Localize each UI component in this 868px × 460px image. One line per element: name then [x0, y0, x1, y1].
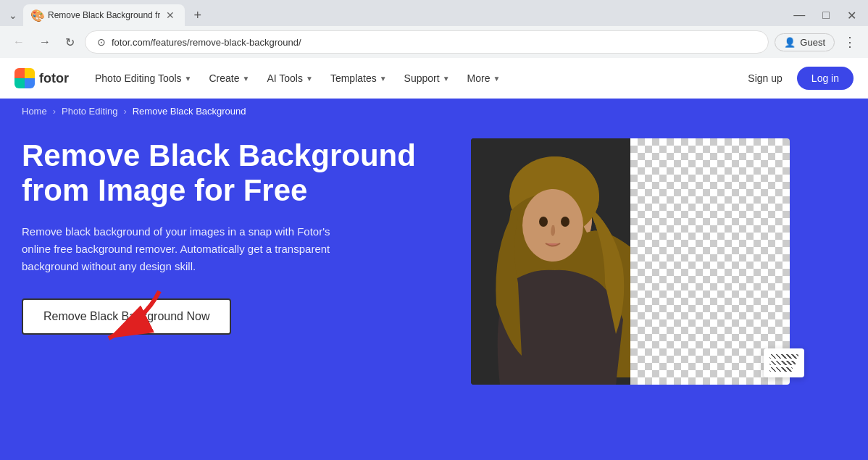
url-text: fotor.com/features/remove-black-backgrou… — [112, 37, 756, 48]
nav-templates-chevron: ▼ — [380, 75, 387, 83]
nav-support-chevron: ▼ — [443, 75, 450, 83]
hero-right — [471, 138, 797, 385]
back-button[interactable]: ← — [9, 33, 29, 51]
watermark-line-1 — [769, 354, 798, 359]
watermark-lines — [769, 354, 798, 372]
address-bar[interactable]: ⊙ fotor.com/features/remove-black-backgr… — [85, 30, 769, 54]
close-window-button[interactable]: ✕ — [841, 6, 862, 25]
hero-image — [471, 138, 790, 385]
nav-photo-editing-label: Photo Editing Tools — [95, 72, 182, 84]
nav-create[interactable]: Create ▼ — [201, 58, 259, 99]
maximize-button[interactable]: □ — [817, 6, 835, 25]
arrow-icon — [14, 284, 174, 349]
nav-templates-label: Templates — [330, 72, 377, 84]
breadcrumb-sep-2: › — [123, 106, 126, 117]
active-tab[interactable]: 🎨 Remove Black Background fr ✕ — [23, 4, 185, 26]
hero-section: Remove Black Background from Image for F… — [0, 124, 868, 414]
hero-cta-area: Remove Black Background Now — [22, 298, 442, 335]
guest-label: Guest — [800, 37, 825, 48]
browser-chrome: ⌄ 🎨 Remove Black Background fr ✕ + — □ ✕… — [0, 0, 868, 58]
hero-description: Remove black background of your images i… — [22, 223, 355, 275]
logo-text: fotor — [39, 71, 69, 86]
tab-title: Remove Black Background fr — [48, 10, 160, 20]
hero-image-transparent — [630, 138, 790, 385]
logo[interactable]: fotor — [14, 68, 69, 88]
breadcrumb-sep-1: › — [53, 106, 56, 117]
nav-more-label: More — [467, 72, 491, 84]
watermark-line-2 — [769, 361, 796, 365]
nav-create-label: Create — [209, 72, 240, 84]
breadcrumb-photo-editing[interactable]: Photo Editing — [62, 106, 117, 117]
tab-favicon: 🎨 — [32, 9, 43, 21]
new-tab-button[interactable]: + — [188, 5, 207, 26]
reload-button[interactable]: ↻ — [61, 33, 79, 52]
tab-bar: ⌄ 🎨 Remove Black Background fr ✕ + — □ ✕ — [0, 0, 868, 26]
nav-ai-tools-chevron: ▼ — [306, 75, 313, 83]
address-bar-row: ← → ↻ ⊙ fotor.com/features/remove-black-… — [0, 26, 868, 58]
login-button[interactable]: Log in — [797, 67, 854, 90]
minimize-button[interactable]: — — [788, 6, 811, 25]
watermark-line-3 — [769, 367, 793, 372]
breadcrumb: Home › Photo Editing › Remove Black Back… — [0, 99, 868, 124]
hero-title: Remove Black Background from Image for F… — [22, 138, 442, 209]
nav-photo-editing[interactable]: Photo Editing Tools ▼ — [86, 58, 201, 99]
nav-ai-tools[interactable]: AI Tools ▼ — [258, 58, 321, 99]
browser-menu-button[interactable]: ⋮ — [840, 31, 859, 53]
forward-button[interactable]: → — [35, 33, 55, 51]
nav-ai-tools-label: AI Tools — [267, 72, 303, 84]
breadcrumb-current: Remove Black Background — [133, 106, 246, 117]
tab-list-button[interactable]: ⌄ — [6, 7, 20, 24]
logo-icon — [14, 68, 35, 88]
secure-icon: ⊙ — [97, 36, 106, 48]
svg-point-5 — [539, 217, 548, 227]
breadcrumb-home[interactable]: Home — [22, 106, 47, 117]
guest-button[interactable]: 👤 Guest — [775, 33, 835, 51]
guest-icon: 👤 — [784, 37, 796, 48]
nav-support[interactable]: Support ▼ — [396, 58, 459, 99]
nav-photo-editing-chevron: ▼ — [185, 75, 192, 83]
svg-point-12 — [561, 217, 569, 227]
website-content: fotor Photo Editing Tools ▼ Create ▼ AI … — [0, 58, 868, 460]
watermark-badge — [764, 348, 804, 377]
nav-more-chevron: ▼ — [493, 75, 500, 83]
window-controls: — □ ✕ — [788, 6, 862, 25]
hero-left: Remove Black Background from Image for F… — [22, 138, 442, 335]
tab-close-button[interactable]: ✕ — [164, 9, 176, 21]
nav-support-label: Support — [404, 72, 440, 84]
top-nav: fotor Photo Editing Tools ▼ Create ▼ AI … — [0, 58, 868, 99]
nav-create-chevron: ▼ — [243, 75, 250, 83]
nav-more[interactable]: More ▼ — [459, 58, 509, 99]
nav-templates[interactable]: Templates ▼ — [322, 58, 396, 99]
sign-up-button[interactable]: Sign up — [733, 67, 796, 90]
